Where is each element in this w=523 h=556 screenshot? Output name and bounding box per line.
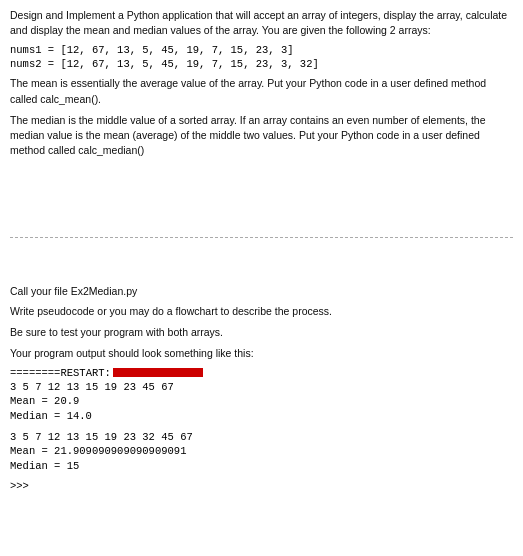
python-prompt: >>> (10, 480, 513, 492)
divider (10, 237, 513, 238)
content-area: Design and Implement a Python applicatio… (10, 8, 513, 492)
nums2-line: nums2 = [12, 67, 13, 5, 45, 19, 7, 15, 2… (10, 58, 513, 70)
instructions-section: Call your file Ex2Median.py Write pseudo… (10, 284, 513, 362)
output-group-2: 3 5 7 12 13 15 19 23 32 45 67 Mean = 21.… (10, 430, 513, 474)
output-median-2: Median = 15 (10, 459, 513, 474)
restart-label: RESTART: (60, 367, 110, 379)
restart-red-bar (113, 368, 203, 377)
output-group-1: 3 5 7 12 13 15 19 23 45 67 Mean = 20.9 M… (10, 380, 513, 424)
output-mean-2: Mean = 21.909090909090909091 (10, 444, 513, 459)
description-paragraph-3: The median is the middle value of a sort… (10, 113, 513, 159)
restart-dashes: ======== (10, 367, 60, 379)
instruction-test: Be sure to test your program with both a… (10, 325, 513, 341)
spacer-area (10, 165, 513, 225)
description-paragraph-1: Design and Implement a Python applicatio… (10, 8, 513, 38)
nums1-line: nums1 = [12, 67, 13, 5, 45, 19, 7, 15, 2… (10, 44, 513, 56)
output-median-1: Median = 14.0 (10, 409, 513, 424)
restart-line: ======== RESTART: (10, 367, 513, 379)
output-array-2: 3 5 7 12 13 15 19 23 32 45 67 (10, 430, 513, 445)
instruction-filename: Call your file Ex2Median.py (10, 284, 513, 300)
output-block: ======== RESTART: 3 5 7 12 13 15 19 23 4… (10, 367, 513, 492)
output-mean-1: Mean = 20.9 (10, 394, 513, 409)
instruction-output: Your program output should look somethin… (10, 346, 513, 362)
output-array-1: 3 5 7 12 13 15 19 23 45 67 (10, 380, 513, 395)
description-paragraph-2: The mean is essentially the average valu… (10, 76, 513, 106)
instruction-pseudocode: Write pseudocode or you may do a flowcha… (10, 304, 513, 320)
spacer-area-2 (10, 250, 513, 280)
